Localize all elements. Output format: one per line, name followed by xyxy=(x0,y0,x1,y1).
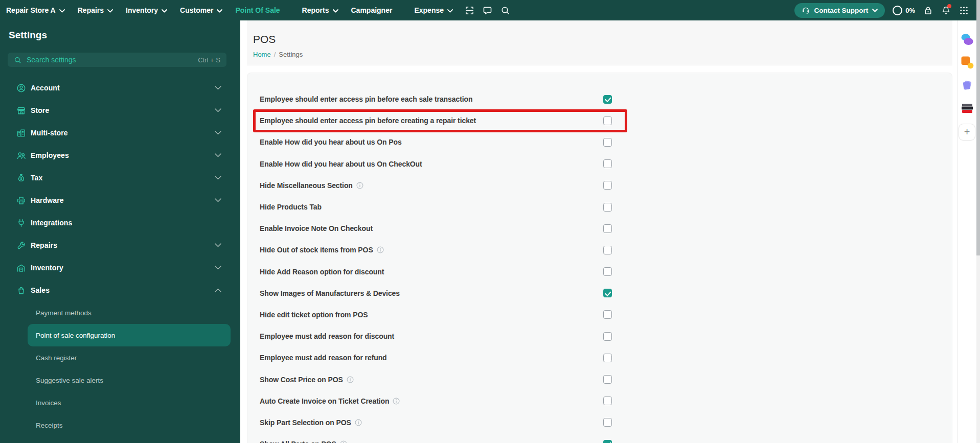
setting-label: Auto Create Invoice on Ticket Creation xyxy=(260,397,389,405)
add-app-button[interactable]: + xyxy=(959,124,975,141)
setting-checkbox[interactable] xyxy=(603,138,612,147)
usage-percent-label: 0% xyxy=(905,7,915,14)
search-icon xyxy=(14,56,21,64)
setting-row: Enable How did you hear about us On Chec… xyxy=(260,153,612,175)
nav-item[interactable]: Repair Store A xyxy=(6,6,65,14)
setting-checkbox[interactable] xyxy=(603,332,612,341)
nav-item[interactable]: Repairs xyxy=(78,6,113,14)
setting-row: Employee should enter access pin before … xyxy=(260,88,612,110)
inventory-icon xyxy=(16,263,26,273)
headset-icon xyxy=(802,6,810,14)
sidebar-item[interactable]: Repairs xyxy=(0,234,240,257)
breadcrumb: Home / Settings xyxy=(253,51,952,58)
chat-bubbles-app-icon[interactable] xyxy=(961,33,974,46)
setting-checkbox[interactable] xyxy=(603,246,612,254)
scrollbar-thumb[interactable] xyxy=(976,0,980,255)
sidebar-subitem[interactable]: Suggestive sale alerts xyxy=(0,369,240,391)
lock-icon[interactable] xyxy=(923,5,933,15)
nav-item[interactable]: Expense xyxy=(414,6,453,14)
setting-checkbox[interactable] xyxy=(603,289,612,297)
striped-cards-app-icon[interactable] xyxy=(961,102,974,115)
sidebar-item[interactable]: Hardware xyxy=(0,189,240,212)
sidebar-item[interactable]: Sales xyxy=(0,279,240,301)
setting-label-group: Hide Miscellaneous Section xyxy=(260,181,363,190)
info-icon[interactable] xyxy=(340,440,347,443)
setting-label-group: Employee should enter access pin before … xyxy=(260,95,472,103)
setting-label-group: Skip Part Selection on POS xyxy=(260,418,362,427)
setting-checkbox[interactable] xyxy=(603,203,612,212)
nav-item[interactable]: Inventory xyxy=(126,6,167,14)
setting-checkbox[interactable] xyxy=(603,397,612,405)
setting-checkbox[interactable] xyxy=(603,267,612,276)
usage-gauge-circle xyxy=(893,6,902,15)
sidebar-subitem[interactable]: Point of sale configuration xyxy=(28,324,231,346)
breadcrumb-current: Settings xyxy=(279,51,303,58)
chevron-icon xyxy=(215,108,221,112)
notification-badge-dot xyxy=(947,4,951,8)
sidebar-item[interactable]: Store xyxy=(0,99,240,122)
apps-grid-icon[interactable] xyxy=(959,5,969,15)
nav-item[interactable]: Point Of Sale xyxy=(235,6,289,14)
sidebar-subitem[interactable]: Invoices xyxy=(0,391,240,414)
nav-item-label: Point Of Sale xyxy=(235,6,280,14)
setting-label: Show All Parts on POS xyxy=(260,440,336,443)
orange-shapes-app-icon[interactable] xyxy=(961,56,974,69)
info-icon[interactable] xyxy=(355,419,362,426)
chevron-icon xyxy=(215,176,221,180)
info-icon[interactable] xyxy=(377,246,384,253)
setting-checkbox[interactable] xyxy=(603,116,612,125)
chevron-down-icon xyxy=(162,9,167,13)
purple-cards-app-icon[interactable] xyxy=(961,79,974,92)
chat-icon[interactable] xyxy=(482,5,492,15)
sidebar-subitem[interactable]: Payment methods xyxy=(0,301,240,324)
sales-submenu: Payment methods Point of sale configurat… xyxy=(0,301,240,436)
nav-item[interactable]: Campaigner xyxy=(351,6,402,14)
chevron-down-icon xyxy=(447,9,453,13)
setting-label-group: Hide Out of stock items from POS xyxy=(260,246,384,254)
sidebar-item[interactable]: Inventory xyxy=(0,257,240,279)
info-icon[interactable] xyxy=(347,376,354,383)
setting-checkbox[interactable] xyxy=(603,224,612,233)
nav-item[interactable]: Reports xyxy=(302,6,338,14)
sidebar-item[interactable]: Integrations xyxy=(0,212,240,234)
sidebar-item-label: Store xyxy=(31,106,210,114)
sidebar-item[interactable]: Account xyxy=(0,77,240,99)
sidebar-item[interactable]: Employees xyxy=(0,144,240,167)
sidebar-subitem[interactable]: Receipts xyxy=(0,414,240,436)
setting-checkbox[interactable] xyxy=(603,375,612,384)
notifications-bell-icon[interactable] xyxy=(941,5,951,15)
sidebar-item[interactable]: Multi-store xyxy=(0,122,240,144)
sidebar-subitem[interactable]: Cash register xyxy=(0,346,240,369)
settings-search-box[interactable]: Ctrl + S xyxy=(8,53,226,67)
setting-label: Enable How did you hear about us On Pos xyxy=(260,138,402,146)
nav-item-label: Customer xyxy=(180,6,213,14)
info-icon[interactable] xyxy=(356,182,363,189)
employees-icon xyxy=(16,151,26,160)
setting-checkbox[interactable] xyxy=(603,95,612,104)
breadcrumb-home-link[interactable]: Home xyxy=(253,51,271,58)
setting-label: Enable Invoice Note On Checkout xyxy=(260,224,373,232)
search-settings-input[interactable] xyxy=(26,55,194,64)
setting-row: Skip Part Selection on POS xyxy=(260,412,612,433)
sidebar-subitem-label: Invoices xyxy=(36,399,61,407)
setting-checkbox[interactable] xyxy=(603,159,612,168)
sidebar-item-label: Sales xyxy=(31,286,210,294)
setting-label-group: Employee should enter access pin before … xyxy=(260,116,476,125)
setting-row: Hide Add Reason option for discount xyxy=(260,261,612,283)
setting-checkbox[interactable] xyxy=(603,181,612,190)
repairs-icon xyxy=(16,241,26,250)
setting-checkbox[interactable] xyxy=(603,418,612,427)
info-icon[interactable] xyxy=(393,398,400,405)
navbar-left: Repair Store A Repairs Inventory Custome… xyxy=(6,5,510,15)
setting-checkbox[interactable] xyxy=(603,354,612,362)
scan-icon[interactable] xyxy=(464,5,474,15)
setting-checkbox[interactable] xyxy=(603,440,612,443)
search-icon[interactable] xyxy=(500,5,510,15)
nav-item[interactable]: Customer xyxy=(180,6,222,14)
nav-item-label: Repairs xyxy=(78,6,104,14)
usage-gauge[interactable]: 0% xyxy=(893,6,915,15)
contact-support-button[interactable]: Contact Support xyxy=(794,3,885,18)
setting-checkbox[interactable] xyxy=(603,310,612,319)
sidebar-item[interactable]: $ Tax xyxy=(0,167,240,189)
sidebar-subitem-label: Receipts xyxy=(36,422,63,429)
